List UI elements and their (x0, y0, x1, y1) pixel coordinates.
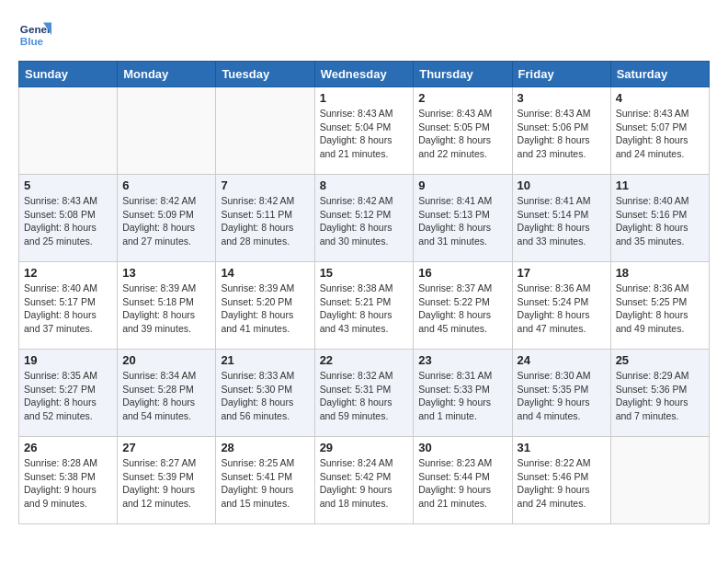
page-header: General Blue (18, 18, 710, 52)
calendar-cell: 24Sunrise: 8:30 AM Sunset: 5:35 PM Dayli… (512, 350, 610, 437)
day-number: 5 (24, 178, 112, 192)
logo: General Blue (18, 18, 55, 52)
calendar-cell: 19Sunrise: 8:35 AM Sunset: 5:27 PM Dayli… (19, 350, 118, 437)
calendar-cell: 8Sunrise: 8:42 AM Sunset: 5:12 PM Daylig… (314, 175, 414, 262)
day-info: Sunrise: 8:43 AM Sunset: 5:08 PM Dayligh… (24, 194, 112, 248)
calendar-week-row: 12Sunrise: 8:40 AM Sunset: 5:17 PM Dayli… (19, 262, 710, 350)
calendar-cell (216, 87, 314, 175)
day-info: Sunrise: 8:25 AM Sunset: 5:41 PM Dayligh… (221, 456, 309, 511)
calendar-cell: 6Sunrise: 8:42 AM Sunset: 5:09 PM Daylig… (118, 175, 216, 262)
calendar-week-row: 26Sunrise: 8:28 AM Sunset: 5:38 PM Dayli… (19, 437, 710, 524)
day-info: Sunrise: 8:34 AM Sunset: 5:28 PM Dayligh… (122, 369, 210, 423)
calendar-cell: 9Sunrise: 8:41 AM Sunset: 5:13 PM Daylig… (414, 175, 512, 262)
day-number: 10 (518, 178, 606, 192)
day-info: Sunrise: 8:35 AM Sunset: 5:27 PM Dayligh… (24, 369, 112, 423)
day-number: 21 (221, 353, 309, 367)
calendar-cell (610, 437, 709, 524)
calendar-cell: 18Sunrise: 8:36 AM Sunset: 5:25 PM Dayli… (610, 262, 709, 350)
day-number: 12 (24, 266, 112, 280)
calendar-cell: 20Sunrise: 8:34 AM Sunset: 5:28 PM Dayli… (118, 350, 216, 437)
calendar-cell: 27Sunrise: 8:27 AM Sunset: 5:39 PM Dayli… (118, 437, 216, 524)
day-info: Sunrise: 8:27 AM Sunset: 5:39 PM Dayligh… (122, 456, 210, 511)
day-number: 30 (418, 441, 506, 454)
day-header-monday: Monday (118, 62, 216, 87)
day-number: 7 (221, 178, 309, 192)
calendar-cell (118, 87, 216, 175)
day-number: 1 (320, 91, 409, 105)
calendar-cell: 15Sunrise: 8:38 AM Sunset: 5:21 PM Dayli… (314, 262, 414, 350)
day-number: 14 (221, 266, 309, 280)
day-header-wednesday: Wednesday (314, 62, 414, 87)
day-number: 3 (518, 91, 606, 105)
day-info: Sunrise: 8:40 AM Sunset: 5:17 PM Dayligh… (24, 282, 112, 336)
day-info: Sunrise: 8:40 AM Sunset: 5:16 PM Dayligh… (616, 194, 704, 248)
day-number: 27 (122, 441, 210, 454)
day-header-friday: Friday (512, 62, 610, 87)
calendar-cell: 16Sunrise: 8:37 AM Sunset: 5:22 PM Dayli… (414, 262, 512, 350)
day-info: Sunrise: 8:24 AM Sunset: 5:42 PM Dayligh… (320, 456, 409, 511)
calendar-table: SundayMondayTuesdayWednesdayThursdayFrid… (18, 61, 710, 524)
day-info: Sunrise: 8:42 AM Sunset: 5:12 PM Dayligh… (320, 194, 409, 248)
day-info: Sunrise: 8:41 AM Sunset: 5:14 PM Dayligh… (518, 194, 606, 248)
day-info: Sunrise: 8:43 AM Sunset: 5:07 PM Dayligh… (616, 107, 704, 161)
calendar-cell: 14Sunrise: 8:39 AM Sunset: 5:20 PM Dayli… (216, 262, 314, 350)
day-number: 31 (518, 441, 606, 454)
day-header-tuesday: Tuesday (216, 62, 314, 87)
day-number: 19 (24, 353, 112, 367)
day-number: 15 (320, 266, 409, 280)
calendar-cell: 4Sunrise: 8:43 AM Sunset: 5:07 PM Daylig… (610, 87, 709, 175)
day-number: 9 (418, 178, 506, 192)
day-info: Sunrise: 8:36 AM Sunset: 5:24 PM Dayligh… (518, 282, 606, 336)
calendar-week-row: 19Sunrise: 8:35 AM Sunset: 5:27 PM Dayli… (19, 350, 710, 437)
day-number: 4 (616, 91, 704, 105)
day-info: Sunrise: 8:39 AM Sunset: 5:18 PM Dayligh… (122, 282, 210, 336)
day-number: 8 (320, 178, 409, 192)
day-info: Sunrise: 8:36 AM Sunset: 5:25 PM Dayligh… (616, 282, 704, 336)
calendar-cell: 13Sunrise: 8:39 AM Sunset: 5:18 PM Dayli… (118, 262, 216, 350)
day-info: Sunrise: 8:32 AM Sunset: 5:31 PM Dayligh… (320, 369, 409, 423)
calendar-header-row: SundayMondayTuesdayWednesdayThursdayFrid… (19, 62, 710, 87)
day-number: 23 (418, 353, 506, 367)
day-info: Sunrise: 8:37 AM Sunset: 5:22 PM Dayligh… (418, 282, 506, 336)
calendar-week-row: 5Sunrise: 8:43 AM Sunset: 5:08 PM Daylig… (19, 175, 710, 262)
day-info: Sunrise: 8:31 AM Sunset: 5:33 PM Dayligh… (418, 369, 506, 423)
day-info: Sunrise: 8:41 AM Sunset: 5:13 PM Dayligh… (418, 194, 506, 248)
day-info: Sunrise: 8:29 AM Sunset: 5:36 PM Dayligh… (616, 369, 704, 423)
calendar-cell: 1Sunrise: 8:43 AM Sunset: 5:04 PM Daylig… (314, 87, 414, 175)
day-number: 11 (616, 178, 704, 192)
calendar-cell: 10Sunrise: 8:41 AM Sunset: 5:14 PM Dayli… (512, 175, 610, 262)
day-number: 16 (418, 266, 506, 280)
calendar-cell: 28Sunrise: 8:25 AM Sunset: 5:41 PM Dayli… (216, 437, 314, 524)
day-info: Sunrise: 8:30 AM Sunset: 5:35 PM Dayligh… (518, 369, 606, 423)
calendar-cell: 22Sunrise: 8:32 AM Sunset: 5:31 PM Dayli… (314, 350, 414, 437)
day-info: Sunrise: 8:22 AM Sunset: 5:46 PM Dayligh… (518, 456, 606, 511)
calendar-cell: 3Sunrise: 8:43 AM Sunset: 5:06 PM Daylig… (512, 87, 610, 175)
day-number: 6 (122, 178, 210, 192)
day-info: Sunrise: 8:23 AM Sunset: 5:44 PM Dayligh… (418, 456, 506, 511)
day-number: 25 (616, 353, 704, 367)
day-info: Sunrise: 8:43 AM Sunset: 5:05 PM Dayligh… (418, 107, 506, 161)
day-number: 13 (122, 266, 210, 280)
day-header-saturday: Saturday (610, 62, 709, 87)
calendar-cell: 2Sunrise: 8:43 AM Sunset: 5:05 PM Daylig… (414, 87, 512, 175)
day-info: Sunrise: 8:43 AM Sunset: 5:06 PM Dayligh… (518, 107, 606, 161)
day-info: Sunrise: 8:39 AM Sunset: 5:20 PM Dayligh… (221, 282, 309, 336)
day-number: 29 (320, 441, 409, 454)
day-header-thursday: Thursday (414, 62, 512, 87)
day-number: 2 (418, 91, 506, 105)
day-info: Sunrise: 8:33 AM Sunset: 5:30 PM Dayligh… (221, 369, 309, 423)
calendar-cell: 12Sunrise: 8:40 AM Sunset: 5:17 PM Dayli… (19, 262, 118, 350)
day-info: Sunrise: 8:28 AM Sunset: 5:38 PM Dayligh… (24, 456, 112, 511)
day-number: 18 (616, 266, 704, 280)
day-info: Sunrise: 8:38 AM Sunset: 5:21 PM Dayligh… (320, 282, 409, 336)
calendar-cell: 30Sunrise: 8:23 AM Sunset: 5:44 PM Dayli… (414, 437, 512, 524)
calendar-cell: 21Sunrise: 8:33 AM Sunset: 5:30 PM Dayli… (216, 350, 314, 437)
day-number: 28 (221, 441, 309, 454)
day-number: 26 (24, 441, 112, 454)
calendar-cell: 25Sunrise: 8:29 AM Sunset: 5:36 PM Dayli… (610, 350, 709, 437)
calendar-cell: 5Sunrise: 8:43 AM Sunset: 5:08 PM Daylig… (19, 175, 118, 262)
day-info: Sunrise: 8:43 AM Sunset: 5:04 PM Dayligh… (320, 107, 409, 161)
calendar-cell: 29Sunrise: 8:24 AM Sunset: 5:42 PM Dayli… (314, 437, 414, 524)
day-number: 22 (320, 353, 409, 367)
calendar-cell: 26Sunrise: 8:28 AM Sunset: 5:38 PM Dayli… (19, 437, 118, 524)
